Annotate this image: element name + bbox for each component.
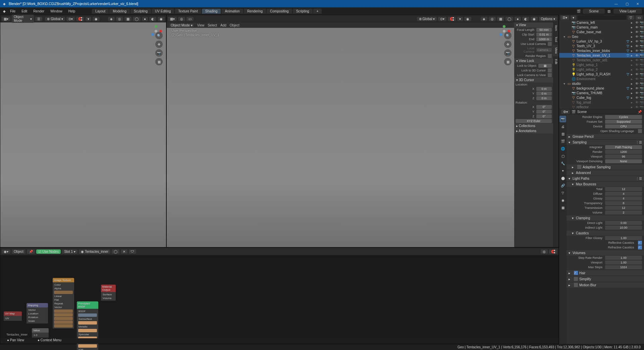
scene-selector[interactable]: Scene bbox=[583, 9, 604, 14]
outliner-row[interactable]: 💡Light_setup_1▸👁📷 bbox=[559, 62, 644, 67]
visibility-eye-icon[interactable]: 👁 bbox=[635, 91, 639, 95]
restrict-select-icon[interactable]: ▸ bbox=[631, 54, 635, 57]
outliner-row[interactable]: 📷Camera_THUMB▸👁📷 bbox=[559, 91, 644, 95]
render-visibility-icon[interactable]: 📷 bbox=[640, 25, 643, 29]
window-maximize-button[interactable]: ▢ bbox=[623, 2, 631, 6]
clamping-section[interactable]: ▾Clamping bbox=[567, 216, 644, 221]
render-visibility-icon[interactable]: 📷 bbox=[640, 58, 643, 62]
restrict-select-icon[interactable]: ▸ bbox=[631, 105, 635, 109]
visibility-eye-icon[interactable]: 👁 bbox=[635, 101, 639, 104]
expand-icon[interactable]: ▾ bbox=[562, 35, 566, 39]
shading-rendered[interactable]: ◉ bbox=[158, 17, 165, 21]
orientation-selector[interactable]: ⊕ Global ▾ bbox=[417, 17, 437, 21]
viewport-samples-field[interactable]: 96 bbox=[605, 155, 642, 159]
object-tab-icon[interactable]: ▢ bbox=[559, 153, 566, 159]
use-nodes-toggle[interactable]: ☑ Use Nodes bbox=[36, 249, 61, 254]
editor-type-selector[interactable]: ▦▾ bbox=[2, 17, 10, 21]
volume-bounces-field[interactable]: 2 bbox=[605, 211, 642, 215]
restrict-select-icon[interactable]: ▸ bbox=[631, 35, 635, 39]
overlay-toggle[interactable]: ◎ bbox=[541, 249, 548, 254]
pivot-selector[interactable]: ⊙▾ bbox=[438, 17, 446, 21]
shading-matprev[interactable]: ◐ bbox=[522, 17, 529, 21]
editor-type-selector[interactable]: ☰▾ bbox=[560, 15, 569, 20]
preset-icon[interactable]: ⋮☰ bbox=[636, 140, 642, 144]
modifier-tab-icon[interactable]: 🔧 bbox=[559, 160, 566, 167]
workspace-tab-rendering[interactable]: Rendering bbox=[244, 9, 266, 14]
render-visibility-icon[interactable]: 📷 bbox=[640, 72, 643, 76]
filter-glossy-field[interactable]: 1.00 bbox=[605, 236, 642, 240]
object-mode[interactable]: Object bbox=[12, 249, 25, 254]
outliner-row[interactable]: ▽fog_small▸👁📷 bbox=[559, 100, 644, 105]
node-imagetex[interactable]: Image TextureColorAlphaLinearFlatRepeatV… bbox=[53, 278, 74, 329]
npanel-tab-tool[interactable]: Tool bbox=[553, 34, 558, 45]
shading-rendered[interactable]: ◉ bbox=[531, 17, 538, 21]
workspace-tab-sculpting[interactable]: Sculpting bbox=[130, 9, 151, 14]
shading-matprev[interactable]: ◐ bbox=[149, 17, 156, 21]
visibility-eye-icon[interactable]: 👁 bbox=[635, 105, 639, 109]
npanel-collections-header[interactable]: ▸ Collections bbox=[514, 123, 553, 128]
outliner-row[interactable]: ▽Tentacles_inner_blobs▽▸👁📷 bbox=[559, 48, 644, 53]
clip-start-field[interactable]: 0.01 m bbox=[536, 33, 552, 37]
outliner-row[interactable]: ▽Tentacles_inner_UV_1▽▸👁📷 bbox=[559, 53, 644, 58]
gizmo-toggle[interactable]: ◈ bbox=[481, 17, 487, 21]
npanel-tab-view[interactable]: View bbox=[553, 45, 558, 56]
visibility-eye-icon[interactable]: 👁 bbox=[635, 58, 639, 62]
visibility-eye-icon[interactable]: 👁 bbox=[635, 21, 639, 24]
npanel-tab-item[interactable]: Item bbox=[553, 22, 558, 34]
shading-solid[interactable]: ● bbox=[142, 17, 148, 21]
node-mapping[interactable]: MappingVectorLocationRotationScale bbox=[26, 303, 48, 324]
visibility-eye-icon[interactable]: 👁 bbox=[635, 96, 639, 100]
physics-tab-icon[interactable]: ⬤ bbox=[559, 175, 566, 181]
xray-toggle[interactable]: ▦ bbox=[497, 17, 504, 21]
refr-caustics-check[interactable]: ✓ bbox=[638, 245, 642, 249]
outliner-row[interactable]: ▽Lurker_UV_hp_3▽▸👁📷 bbox=[559, 39, 644, 44]
snap-toggle[interactable]: 🧲 bbox=[76, 17, 84, 21]
render-visibility-icon[interactable]: 📷 bbox=[640, 96, 643, 100]
world-tab-icon[interactable]: 🌐 bbox=[559, 145, 566, 152]
select-tool-icon[interactable]: ▭ bbox=[186, 17, 194, 21]
editor-type-selector[interactable]: ⚙▾ bbox=[561, 110, 570, 114]
snap-toggle[interactable]: 🧲 bbox=[448, 17, 456, 21]
light-paths-section[interactable]: ▾Light Paths⋮☰ bbox=[567, 176, 644, 181]
transmission-bounces-field[interactable]: 12 bbox=[605, 206, 642, 210]
render-visibility-icon[interactable]: 📷 bbox=[640, 40, 643, 43]
visibility-eye-icon[interactable]: 👁 bbox=[635, 25, 639, 29]
toolbar-icon[interactable]: ☰ bbox=[35, 17, 42, 21]
scene-tab-icon[interactable]: 🎬 bbox=[559, 138, 566, 144]
viewport-left-canvas[interactable] bbox=[0, 22, 166, 247]
cursor-rx-field[interactable]: 0° bbox=[536, 105, 552, 109]
outliner-row[interactable]: 📷Camera_main▸👁📷 bbox=[559, 25, 644, 30]
material-tab-icon[interactable]: ◉ bbox=[559, 197, 566, 203]
npanel-viewlock-header[interactable]: ▾ View Lock bbox=[514, 58, 553, 63]
cursor-ry-field[interactable]: 0° bbox=[536, 110, 552, 114]
outliner-tree[interactable]: 📷Camera_left▸👁📷📷Camera_main▸👁📷▽Cube_base… bbox=[559, 20, 644, 109]
render-region-check[interactable] bbox=[548, 54, 552, 58]
viewport-right[interactable]: ▦▾ ◎ ▭ ⊕ Global ▾ ⊙▾ 🧲 ▾ ◉ ◈ ◎ ▦ ◯ ● ◐ ◉… bbox=[166, 15, 559, 247]
outliner-row[interactable]: ▾▭studio▸👁📷 bbox=[559, 81, 644, 86]
texture-tab-icon[interactable]: ▦ bbox=[559, 204, 566, 211]
outliner-row[interactable]: ▽reflector▸👁📷 bbox=[559, 105, 644, 109]
cursor-y-field[interactable]: 0 m bbox=[536, 92, 552, 96]
menu-edit[interactable]: Edit bbox=[19, 9, 30, 14]
workspace-tab-compositing[interactable]: Compositing bbox=[267, 9, 292, 14]
workspace-tab-shading[interactable]: Shading bbox=[202, 9, 221, 14]
preset-icon[interactable]: ⋮☰ bbox=[636, 177, 642, 180]
slot-selector[interactable]: Slot 1 ▾ bbox=[62, 249, 77, 254]
options-dropdown[interactable]: Options ▾ bbox=[539, 17, 557, 21]
pivot-selector[interactable]: ⊙▾ bbox=[66, 17, 75, 21]
npanel-annotations-header[interactable]: ▸ Annotations bbox=[514, 128, 553, 133]
npanel-view-header[interactable]: ▾ View bbox=[514, 22, 553, 27]
editor-type-selector[interactable]: ▦▾ bbox=[168, 17, 177, 21]
render-visibility-icon[interactable]: 📷 bbox=[640, 86, 643, 90]
npanel-tab-edit[interactable]: Edit bbox=[553, 56, 558, 67]
workspace-tab-layout[interactable]: Layout bbox=[92, 9, 109, 14]
render-visibility-icon[interactable]: 📷 bbox=[640, 68, 643, 71]
constraint-tab-icon[interactable]: 🔗 bbox=[559, 182, 566, 189]
lock-3dcursor-check[interactable] bbox=[548, 68, 552, 72]
outliner-row[interactable]: 💡Light_setup_2▸👁📷 bbox=[559, 67, 644, 72]
restrict-select-icon[interactable]: ▸ bbox=[631, 82, 635, 85]
zoom-icon[interactable]: 🔍 bbox=[155, 32, 163, 39]
shader-editor[interactable]: ◉▾ Object 📌 ☑ Use Nodes Slot 1 ▾ ◉ Tenta… bbox=[0, 247, 559, 344]
clip-end-field[interactable]: 1000 m bbox=[536, 37, 552, 41]
hair-check[interactable]: ✓ bbox=[574, 271, 578, 275]
